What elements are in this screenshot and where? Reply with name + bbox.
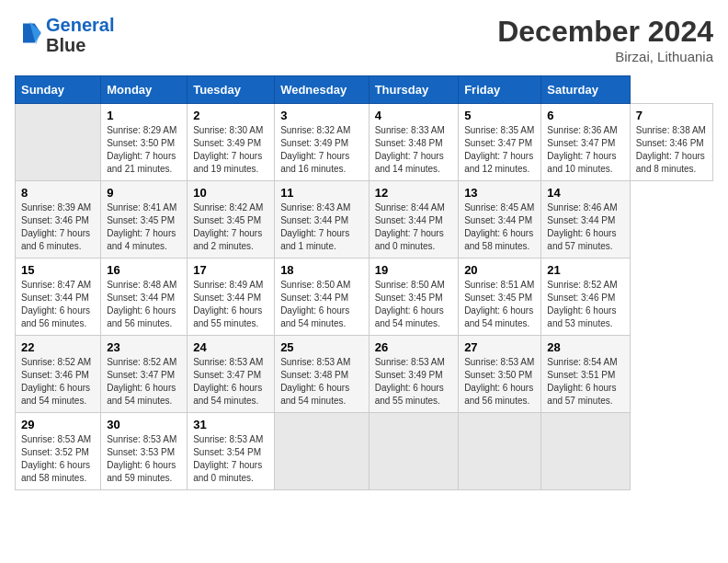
calendar-day (459, 413, 541, 490)
calendar-day: 20 Sunrise: 8:51 AMSunset: 3:45 PMDaylig… (459, 259, 541, 336)
day-number: 19 (375, 263, 452, 277)
day-number: 6 (547, 109, 623, 122)
calendar-day: 4 Sunrise: 8:33 AMSunset: 3:48 PMDayligh… (369, 104, 458, 181)
day-number: 29 (21, 418, 95, 431)
calendar-day: 24 Sunrise: 8:53 AMSunset: 3:47 PMDaylig… (188, 336, 275, 413)
day-info: Sunrise: 8:52 AMSunset: 3:47 PMDaylight:… (107, 356, 181, 408)
day-info: Sunrise: 8:36 AMSunset: 3:47 PMDaylight:… (547, 124, 623, 176)
logo-line1: General (46, 15, 114, 35)
day-number: 24 (193, 340, 268, 354)
calendar-day: 3 Sunrise: 8:32 AMSunset: 3:49 PMDayligh… (275, 104, 370, 181)
calendar-day: 30 Sunrise: 8:53 AMSunset: 3:53 PMDaylig… (101, 413, 188, 490)
calendar-day: 15 Sunrise: 8:47 AMSunset: 3:44 PMDaylig… (16, 259, 101, 336)
calendar-day: 7 Sunrise: 8:38 AMSunset: 3:46 PMDayligh… (630, 104, 712, 181)
day-number: 30 (107, 418, 181, 431)
day-number: 3 (280, 109, 363, 122)
day-header: Friday (459, 76, 541, 104)
day-number: 18 (280, 263, 363, 277)
calendar-day: 27 Sunrise: 8:53 AMSunset: 3:50 PMDaylig… (459, 336, 541, 413)
day-info: Sunrise: 8:45 AMSunset: 3:44 PMDaylight:… (464, 201, 535, 253)
calendar-day: 10 Sunrise: 8:42 AMSunset: 3:45 PMDaylig… (188, 181, 275, 259)
day-info: Sunrise: 8:53 AMSunset: 3:49 PMDaylight:… (375, 356, 452, 408)
calendar-day (16, 104, 101, 181)
calendar-week: 1 Sunrise: 8:29 AMSunset: 3:50 PMDayligh… (16, 104, 713, 181)
day-number: 27 (464, 340, 535, 354)
day-number: 22 (21, 340, 95, 354)
calendar-day: 8 Sunrise: 8:39 AMSunset: 3:46 PMDayligh… (16, 181, 101, 259)
day-number: 20 (464, 263, 535, 277)
page-header: General Blue December 2024 Birzai, Lithu… (15, 15, 713, 64)
day-number: 16 (107, 263, 181, 277)
day-info: Sunrise: 8:42 AMSunset: 3:45 PMDaylight:… (193, 201, 268, 253)
calendar-week: 22 Sunrise: 8:52 AMSunset: 3:46 PMDaylig… (16, 336, 713, 413)
day-info: Sunrise: 8:48 AMSunset: 3:44 PMDaylight:… (107, 279, 181, 330)
day-number: 4 (375, 109, 452, 122)
day-header: Sunday (16, 76, 101, 104)
calendar-day: 25 Sunrise: 8:53 AMSunset: 3:48 PMDaylig… (275, 336, 370, 413)
day-info: Sunrise: 8:54 AMSunset: 3:51 PMDaylight:… (547, 356, 623, 408)
day-number: 1 (107, 109, 181, 122)
day-number: 10 (193, 186, 268, 200)
day-number: 23 (107, 340, 181, 354)
day-info: Sunrise: 8:32 AMSunset: 3:49 PMDaylight:… (280, 124, 363, 176)
calendar-day: 5 Sunrise: 8:35 AMSunset: 3:47 PMDayligh… (459, 104, 541, 181)
day-header: Wednesday (275, 76, 370, 104)
day-info: Sunrise: 8:46 AMSunset: 3:44 PMDaylight:… (547, 201, 623, 253)
day-number: 28 (547, 340, 623, 354)
day-info: Sunrise: 8:41 AMSunset: 3:45 PMDaylight:… (107, 201, 181, 253)
day-info: Sunrise: 8:43 AMSunset: 3:44 PMDaylight:… (280, 201, 363, 253)
calendar-day: 17 Sunrise: 8:49 AMSunset: 3:44 PMDaylig… (188, 259, 275, 336)
day-info: Sunrise: 8:53 AMSunset: 3:52 PMDaylight:… (21, 433, 95, 485)
day-info: Sunrise: 8:52 AMSunset: 3:46 PMDaylight:… (21, 356, 95, 408)
calendar-day (275, 413, 370, 490)
day-number: 8 (21, 186, 95, 200)
logo-icon (17, 20, 42, 46)
calendar-table: SundayMondayTuesdayWednesdayThursdayFrid… (15, 75, 713, 490)
calendar-day: 18 Sunrise: 8:50 AMSunset: 3:44 PMDaylig… (275, 259, 370, 336)
calendar-day: 12 Sunrise: 8:44 AMSunset: 3:44 PMDaylig… (369, 181, 458, 259)
day-info: Sunrise: 8:53 AMSunset: 3:48 PMDaylight:… (280, 356, 363, 408)
calendar-day: 11 Sunrise: 8:43 AMSunset: 3:44 PMDaylig… (275, 181, 370, 259)
day-info: Sunrise: 8:52 AMSunset: 3:46 PMDaylight:… (547, 279, 623, 330)
day-number: 26 (375, 340, 452, 354)
location: Birzai, Lithuania (497, 49, 713, 64)
calendar-week: 29 Sunrise: 8:53 AMSunset: 3:52 PMDaylig… (16, 413, 713, 490)
day-header: Monday (101, 76, 188, 104)
day-number: 12 (375, 186, 452, 200)
header-row: SundayMondayTuesdayWednesdayThursdayFrid… (16, 76, 713, 104)
day-info: Sunrise: 8:39 AMSunset: 3:46 PMDaylight:… (21, 201, 95, 253)
day-info: Sunrise: 8:33 AMSunset: 3:48 PMDaylight:… (375, 124, 452, 176)
calendar-day: 6 Sunrise: 8:36 AMSunset: 3:47 PMDayligh… (541, 104, 630, 181)
calendar-day: 1 Sunrise: 8:29 AMSunset: 3:50 PMDayligh… (101, 104, 188, 181)
day-number: 13 (464, 186, 535, 200)
calendar-day: 14 Sunrise: 8:46 AMSunset: 3:44 PMDaylig… (541, 181, 630, 259)
month-title: December 2024 (497, 15, 713, 49)
calendar-day: 21 Sunrise: 8:52 AMSunset: 3:46 PMDaylig… (541, 259, 630, 336)
calendar-day (369, 413, 458, 490)
calendar-day: 29 Sunrise: 8:53 AMSunset: 3:52 PMDaylig… (16, 413, 101, 490)
calendar-week: 8 Sunrise: 8:39 AMSunset: 3:46 PMDayligh… (16, 181, 713, 259)
calendar-week: 15 Sunrise: 8:47 AMSunset: 3:44 PMDaylig… (16, 259, 713, 336)
day-number: 14 (547, 186, 623, 200)
day-header: Thursday (369, 76, 458, 104)
day-header: Tuesday (188, 76, 275, 104)
calendar-day: 22 Sunrise: 8:52 AMSunset: 3:46 PMDaylig… (16, 336, 101, 413)
calendar-day: 31 Sunrise: 8:53 AMSunset: 3:54 PMDaylig… (188, 413, 275, 490)
calendar-day: 13 Sunrise: 8:45 AMSunset: 3:44 PMDaylig… (459, 181, 541, 259)
day-number: 25 (280, 340, 363, 354)
day-info: Sunrise: 8:50 AMSunset: 3:45 PMDaylight:… (375, 279, 452, 330)
day-number: 5 (464, 109, 535, 122)
logo: General Blue (15, 15, 114, 55)
calendar-day (541, 413, 630, 490)
day-info: Sunrise: 8:53 AMSunset: 3:50 PMDaylight:… (464, 356, 535, 408)
day-info: Sunrise: 8:53 AMSunset: 3:54 PMDaylight:… (193, 433, 268, 485)
calendar-day: 16 Sunrise: 8:48 AMSunset: 3:44 PMDaylig… (101, 259, 188, 336)
day-number: 31 (193, 418, 268, 431)
day-number: 9 (107, 186, 181, 200)
day-number: 17 (193, 263, 268, 277)
day-info: Sunrise: 8:49 AMSunset: 3:44 PMDaylight:… (193, 279, 268, 330)
day-number: 11 (280, 186, 363, 200)
day-info: Sunrise: 8:35 AMSunset: 3:47 PMDaylight:… (464, 124, 535, 176)
calendar-day: 28 Sunrise: 8:54 AMSunset: 3:51 PMDaylig… (541, 336, 630, 413)
logo-line2: Blue (46, 35, 85, 55)
